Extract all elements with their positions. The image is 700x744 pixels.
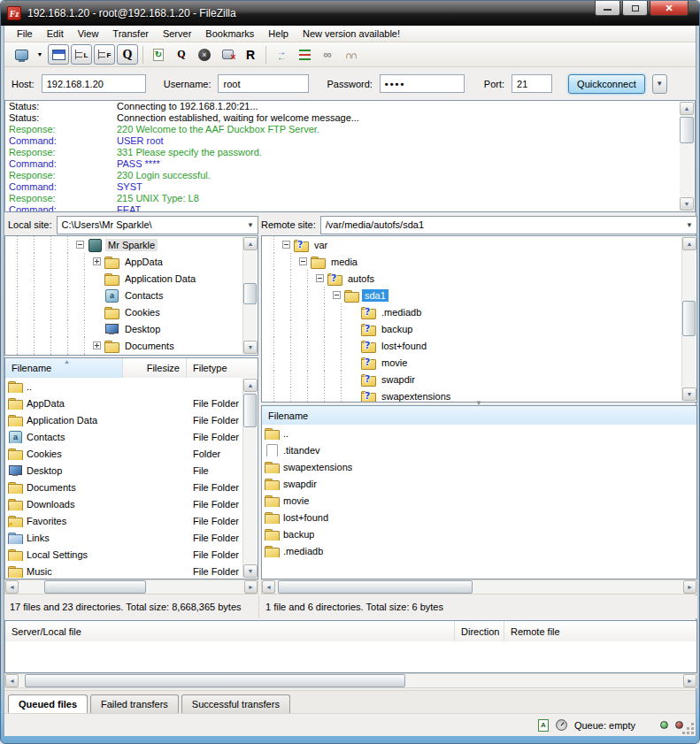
collapse-box-icon[interactable] [299, 257, 307, 265]
remote-tree-row[interactable]: ?lost+found [262, 337, 696, 354]
remote-tree-row[interactable]: ?backup [262, 320, 696, 337]
remote-file-row[interactable]: movie [262, 492, 696, 509]
remote-tree-row[interactable]: ?movie [262, 354, 696, 371]
column-header-filetype[interactable]: Filetype [187, 358, 258, 378]
remote-file-row[interactable]: .titandev [262, 441, 696, 458]
remote-file-row[interactable]: swapextensions [262, 458, 696, 475]
column-header-filename[interactable]: Filename [262, 406, 696, 425]
disconnect-icon[interactable]: × [217, 44, 238, 65]
local-list-scrollbar[interactable]: ▲ ▼ [242, 379, 257, 578]
close-button[interactable]: ✕ [650, 1, 688, 16]
scroll-down-icon[interactable]: ▼ [243, 564, 258, 578]
tab-failed-transfers[interactable]: Failed transfers [90, 694, 179, 713]
menu-item-new-version-available-[interactable]: New version available! [296, 27, 407, 41]
local-hscroll-thumb[interactable] [44, 580, 146, 594]
local-file-row[interactable]: ★FavoritesFile Folder [5, 512, 258, 529]
remote-file-row[interactable]: .mediadb [262, 542, 696, 559]
local-file-row[interactable]: AppDataFile Folder [5, 395, 258, 411]
expand-box-icon[interactable] [93, 341, 101, 349]
scroll-right-icon[interactable]: ► [683, 580, 696, 594]
local-file-row[interactable]: DesktopFile [5, 462, 258, 479]
resize-grip[interactable] [683, 724, 694, 734]
scroll-right-icon[interactable]: ► [683, 674, 696, 687]
remote-file-row[interactable]: .. [262, 425, 696, 441]
scroll-down-icon[interactable]: ▼ [680, 197, 694, 211]
tab-successful-transfers[interactable]: Successful transfers [181, 694, 290, 713]
local-tree-row[interactable]: Application Data [5, 270, 258, 287]
local-file-row[interactable]: CookiesFolder [5, 445, 258, 462]
username-input[interactable] [218, 74, 309, 93]
scroll-up-icon[interactable]: ▲ [243, 237, 258, 250]
menu-item-file[interactable]: File [10, 27, 40, 41]
site-manager-dropdown-icon[interactable]: ▼ [34, 44, 46, 65]
remote-tree-row[interactable]: ?swapdir [262, 371, 696, 387]
local-tree-row[interactable]: ↓Downloads [5, 354, 258, 356]
toggle-message-log-icon[interactable] [48, 44, 69, 65]
quickconnect-button[interactable]: Quickconnect [568, 74, 645, 94]
remote-file-row[interactable]: swapdir [262, 475, 696, 492]
log-scroll-thumb[interactable] [680, 117, 694, 143]
local-tree-row[interactable]: AppData [5, 253, 258, 270]
remote-hscroll-thumb[interactable] [278, 580, 473, 594]
local-file-row[interactable]: Local SettingsFile Folder [5, 546, 258, 563]
log-scrollbar[interactable]: ▲ ▼ [680, 102, 694, 211]
local-tree-row[interactable]: Documents [5, 337, 258, 354]
local-file-row[interactable]: .. [5, 378, 258, 395]
menu-item-server[interactable]: Server [156, 27, 198, 41]
column-header-filesize[interactable]: Filesize [123, 358, 187, 378]
cancel-icon[interactable]: × [194, 44, 215, 65]
quickconnect-dropdown-button[interactable]: ▼ [652, 74, 667, 94]
scroll-left-icon[interactable]: ◄ [5, 674, 19, 687]
process-queue-icon[interactable]: Q→ [171, 44, 192, 65]
site-manager-icon[interactable] [11, 44, 32, 65]
local-tree-row[interactable]: Cookies [5, 303, 258, 320]
chevron-down-icon[interactable]: ▼ [686, 221, 693, 229]
local-tree-row[interactable]: Desktop [5, 320, 258, 337]
toggle-remote-tree-icon[interactable]: F [94, 44, 115, 65]
queue-hscrollbar[interactable]: ◄ ► [4, 673, 697, 688]
minimize-button[interactable] [595, 1, 620, 16]
local-file-row[interactable]: MusicFile Folder [5, 563, 258, 579]
menu-item-transfer[interactable]: Transfer [105, 27, 156, 41]
link-icon[interactable]: ∞ [317, 44, 338, 65]
reconnect-icon[interactable]: R [240, 44, 261, 65]
collapse-box-icon[interactable] [282, 241, 290, 249]
directory-comparison-icon[interactable]: →← [271, 44, 292, 65]
column-header-server-local-file[interactable]: Server/Local file [5, 621, 455, 641]
queue-hscroll-thumb[interactable] [25, 674, 405, 687]
toggle-local-tree-icon[interactable]: L [71, 44, 92, 65]
local-file-row[interactable]: DocumentsFile Folder [5, 479, 258, 495]
refresh-icon[interactable]: ↻ [148, 44, 169, 65]
local-file-row[interactable]: ↓DownloadsFile Folder [5, 495, 258, 512]
expand-box-icon[interactable] [93, 257, 101, 265]
remote-tree-scroll-thumb[interactable] [682, 301, 696, 336]
collapse-box-icon[interactable] [333, 291, 341, 299]
column-header-direction[interactable]: Direction [455, 621, 504, 641]
remote-file-row[interactable]: backup [262, 525, 696, 542]
local-tree-scroll-thumb[interactable] [243, 283, 257, 304]
column-header-filename[interactable]: Filename ▲ [5, 358, 123, 378]
scroll-down-icon[interactable]: ▼ [243, 341, 258, 354]
local-tree-scrollbar[interactable]: ▲ ▼ [242, 237, 257, 354]
local-site-combobox[interactable]: C:\Users\Mr Sparkle\ ▼ [57, 216, 258, 234]
menu-item-help[interactable]: Help [261, 27, 296, 41]
remote-tree-row[interactable]: ?var [262, 236, 696, 253]
remote-tree-row[interactable]: sda1 [262, 287, 696, 303]
collapse-box-icon[interactable] [76, 241, 84, 249]
remote-tree-row[interactable]: media [262, 253, 696, 270]
synchronized-browsing-icon[interactable] [294, 44, 315, 65]
scroll-up-icon[interactable]: ▲ [243, 379, 258, 392]
menu-item-edit[interactable]: Edit [40, 27, 71, 41]
local-file-row[interactable]: LinksFile Folder [5, 529, 258, 546]
maximize-button[interactable] [622, 1, 648, 16]
scroll-left-icon[interactable]: ◄ [262, 580, 275, 594]
filter-icon[interactable]: ∩∩ [340, 44, 361, 65]
toggle-queue-icon[interactable]: Q [117, 44, 138, 65]
host-input[interactable] [42, 74, 146, 93]
menu-item-view[interactable]: View [71, 27, 106, 41]
remote-tree-row[interactable]: ?.mediadb [262, 303, 696, 320]
remote-file-row[interactable]: lost+found [262, 509, 696, 525]
remote-tree-scrollbar[interactable]: ▲ ▼ [681, 237, 696, 401]
local-file-row[interactable]: ContactsFile Folder [5, 428, 258, 445]
local-file-row[interactable]: Application DataFile Folder [5, 411, 258, 428]
